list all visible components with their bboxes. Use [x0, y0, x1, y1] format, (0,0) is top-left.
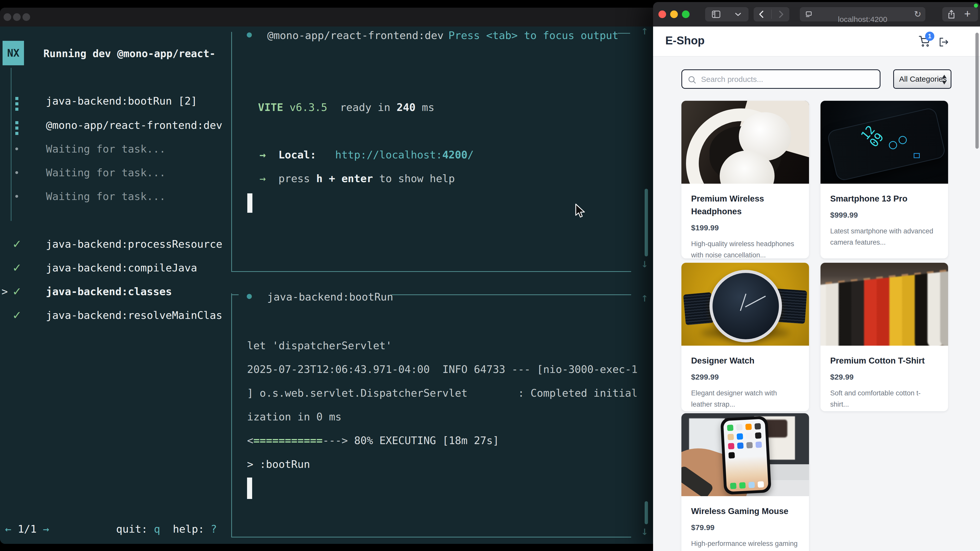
product-card[interactable]: Premium Cotton T-Shirt $29.99 Soft and c…: [821, 263, 948, 411]
search-input[interactable]: [700, 71, 875, 87]
scroll-up-icon[interactable]: ↑: [641, 24, 648, 37]
task-row[interactable]: java-backend:processResource: [46, 237, 222, 251]
close-window-icon[interactable]: [659, 11, 666, 18]
log-line: let 'dispatcherServlet': [247, 338, 392, 353]
task-row-selected[interactable]: java-backend:classes: [46, 284, 172, 299]
terminal-window: NX Running dev @mono-app/react- java-bac…: [0, 8, 663, 544]
cart-button[interactable]: 1: [918, 35, 932, 48]
task-row[interactable]: java-backend:resolveMainClas: [46, 308, 222, 322]
new-tab-icon[interactable]: +: [964, 7, 971, 21]
gradle-prompt-line: > :bootRun: [247, 457, 310, 472]
pane-bullet-icon: ●: [246, 289, 253, 303]
chevron-down-icon[interactable]: [735, 12, 741, 16]
task-row[interactable]: java-backend:bootRun [2]: [46, 94, 197, 108]
product-price: $299.99: [691, 373, 799, 381]
product-card[interactable]: Wireless Gaming Mouse $79.99 High-perfor…: [681, 413, 809, 551]
task-waiting-icon: [15, 171, 18, 174]
product-description: Latest smartphone with advanced camera f…: [830, 225, 939, 248]
product-card[interactable]: Designer Watch $299.99 Elegant designer …: [681, 263, 809, 411]
vite-help-line: → press h + enter to show help: [259, 171, 455, 186]
header-rule: [618, 33, 630, 34]
recording-indicator-dot: [974, 3, 978, 8]
task-row[interactable]: java-backend:compileJava: [46, 261, 197, 275]
logout-button[interactable]: [938, 36, 950, 48]
scroll-up-icon[interactable]: ↑: [641, 291, 648, 304]
category-select-value: All Categories: [899, 70, 947, 88]
shop-brand[interactable]: E-Shop: [665, 34, 705, 47]
product-price: $999.99: [830, 211, 939, 219]
nx-logo: NX: [3, 41, 24, 65]
task-spinner-icon: [15, 97, 18, 113]
product-card[interactable]: 1209 Smartphone 13 Pro $999.99 Latest sm…: [821, 101, 948, 259]
terminal-cursor: [247, 193, 252, 213]
pager-status: ← 1/1 →: [5, 522, 49, 536]
terminal-run-title: Running dev @mono-app/react-: [43, 46, 215, 61]
pane-title: @mono-app/react-frontend:dev: [267, 28, 444, 43]
task-row[interactable]: @mono-app/react-frontend:dev: [46, 118, 222, 132]
pager-left-icon[interactable]: ←: [5, 523, 11, 535]
terminal-titlebar[interactable]: [0, 8, 663, 27]
eshop-page: E-Shop 1: [653, 27, 980, 551]
pane1-scrollbar[interactable]: [645, 189, 648, 256]
product-price: $79.99: [691, 523, 799, 532]
reload-icon[interactable]: ↻: [914, 7, 921, 21]
back-icon[interactable]: [759, 11, 764, 18]
scroll-down-icon[interactable]: ↓: [641, 256, 648, 270]
product-image-smartphone: 1209: [821, 101, 948, 184]
share-tab-group: +: [942, 7, 978, 21]
desktop: NX Running dev @mono-app/react- java-bac…: [0, 0, 980, 551]
address-bar[interactable]: localhost:4200 ↻: [800, 7, 925, 21]
selected-task-caret-icon: >: [2, 284, 8, 299]
task-row[interactable]: Waiting for task...: [46, 189, 165, 203]
safari-toolbar: localhost:4200 ↻ +: [653, 2, 980, 27]
product-name: Designer Watch: [691, 354, 799, 367]
category-select[interactable]: All Categories: [893, 69, 951, 89]
header-rule: [391, 294, 631, 295]
pager-right-icon[interactable]: →: [43, 523, 49, 535]
address-url[interactable]: localhost:4200: [800, 12, 925, 27]
share-icon[interactable]: [947, 10, 956, 19]
localhost-link[interactable]: http://localhost:4200/: [335, 149, 474, 161]
vite-local-line: → Local: http://localhost:4200/: [259, 148, 474, 162]
task-spinner-icon: [15, 121, 18, 137]
minimize-window-icon[interactable]: [670, 11, 678, 18]
task-row[interactable]: Waiting for task...: [46, 165, 165, 180]
statusbar-hints: quit: q help: ?: [116, 522, 217, 536]
minimize-window-icon[interactable]: [13, 13, 21, 21]
pane-java-backend: ● java-backend:bootRun let 'dispatcherSe…: [231, 293, 631, 537]
logout-icon: [938, 36, 950, 48]
nav-divider: [771, 10, 772, 19]
pane-focus-hint: Press <tab> to focus output: [449, 28, 618, 43]
search-icon: [687, 75, 697, 85]
nav-button-group: [754, 7, 789, 21]
pane-title: java-backend:bootRun: [267, 290, 393, 304]
forward-icon[interactable]: [779, 11, 784, 18]
pane2-scrollbar[interactable]: [645, 501, 648, 524]
pane-react-frontend: ● @mono-app/react-frontend:dev Press <ta…: [231, 32, 631, 272]
product-price: $199.99: [691, 224, 799, 232]
zoom-window-icon[interactable]: [682, 11, 690, 18]
product-description: High-quality wireless headphones with no…: [691, 238, 799, 259]
log-line: 2025-07-23T12:06:43.971-04:00 INFO 64733…: [247, 362, 638, 376]
task-tree-line: [11, 68, 11, 221]
product-name: Smartphone 13 Pro: [830, 192, 939, 205]
close-window-icon[interactable]: [3, 13, 11, 21]
scroll-down-icon[interactable]: ↓: [641, 524, 648, 538]
product-description: Soft and comfortable cotton t-shirt...: [830, 387, 939, 410]
page-scrollbar[interactable]: [975, 33, 979, 149]
terminal-cursor: [247, 478, 252, 499]
sidebar-icon[interactable]: [712, 11, 721, 18]
sidebar-button-group: [705, 7, 749, 21]
product-name: Wireless Gaming Mouse: [691, 505, 799, 518]
product-name: Premium Wireless Headphones: [691, 192, 799, 218]
task-waiting-icon: [15, 195, 18, 198]
header-corner: [232, 294, 239, 295]
product-card[interactable]: Premium Wireless Headphones $199.99 High…: [681, 101, 809, 259]
task-row[interactable]: Waiting for task...: [46, 142, 165, 156]
product-image-mouse: [681, 413, 809, 496]
check-icon: ✓: [12, 237, 22, 251]
zoom-window-icon[interactable]: [22, 13, 30, 21]
check-icon: ✓: [12, 308, 22, 322]
product-price: $29.99: [830, 373, 939, 381]
product-image-watch: [681, 263, 809, 346]
